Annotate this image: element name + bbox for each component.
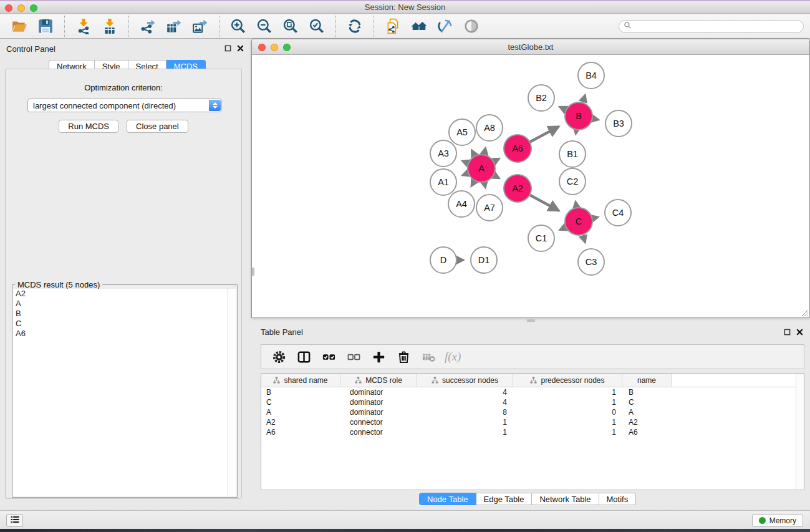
node-C4[interactable]: C4 [605,200,631,226]
split-columns-icon[interactable] [294,347,313,366]
graphics-details-icon[interactable] [436,17,455,36]
edge-A-A4[interactable] [471,180,475,186]
export-image-icon[interactable] [191,17,210,36]
zoom-window-button[interactable] [30,4,37,12]
edge-A-A6[interactable] [493,158,499,162]
node-A4[interactable]: A4 [448,191,475,217]
close-network-button[interactable] [258,44,266,51]
edge-B-B4[interactable] [582,95,585,103]
search-box[interactable] [619,20,804,33]
zoom-selected-icon[interactable] [307,17,326,36]
horizontal-scroll-mark[interactable] [527,319,535,322]
result-item[interactable]: A6 [13,329,228,339]
minimize-network-button[interactable] [271,44,278,51]
node-B[interactable]: B [565,102,592,130]
close-window-button[interactable] [5,4,12,12]
close-panel-button[interactable]: Close panel [127,120,188,133]
node-A7[interactable]: A7 [476,195,503,221]
node-B3[interactable]: B3 [605,110,632,137]
table-tab-network-table[interactable]: Network Table [532,493,599,505]
table-row[interactable]: Adominator80A [261,407,804,417]
table-row[interactable]: Cdominator41C [261,397,804,407]
node-C2[interactable]: C2 [559,168,586,195]
settings-icon[interactable] [269,347,288,366]
node-B1[interactable]: B1 [559,141,586,167]
clone-network-icon[interactable] [383,17,402,36]
result-item[interactable]: B [13,309,228,319]
column-header-successor-nodes[interactable]: successor nodes [417,374,513,387]
node-C3[interactable]: C3 [578,249,604,275]
vertical-scroll-mark[interactable] [252,268,254,276]
column-header-predecessor-nodes[interactable]: predecessor nodes [513,374,622,387]
edge-C-C2[interactable] [576,201,577,208]
edge-A-A2[interactable] [493,175,499,178]
network-canvas[interactable]: B4B2BB3A5A8A6A3B1AA1C2A2A4A7C4CC1C3DD1 [252,55,809,317]
node-A1[interactable]: A1 [430,169,456,195]
task-history-button[interactable] [6,514,23,527]
result-item[interactable]: C [13,319,228,329]
result-scrollbar[interactable] [228,289,236,496]
zoom-out-icon[interactable] [255,17,274,36]
edge-A-A5[interactable] [471,150,475,156]
edge-C-C4[interactable] [592,217,598,218]
home-icon[interactable] [410,17,428,36]
node-B4[interactable]: B4 [578,62,604,89]
edge-A-A7[interactable] [484,182,485,188]
open-session-icon[interactable] [10,17,29,36]
node-A8[interactable]: A8 [476,115,503,141]
close-table-panel-icon[interactable] [796,328,804,336]
table-row[interactable]: Bdominator41B [261,387,804,397]
network-window-titlebar[interactable]: testGlobe.txt [252,39,809,55]
table-row[interactable]: A2connector11A2 [261,417,804,427]
export-network-icon[interactable] [138,17,157,36]
search-input[interactable] [635,22,799,31]
zoom-fit-icon[interactable] [281,17,300,36]
save-session-icon[interactable] [36,17,55,36]
float-panel-icon[interactable] [224,44,232,52]
result-item[interactable]: A2 [13,289,228,299]
result-item[interactable]: A [13,299,228,309]
edge-A-A8[interactable] [484,147,485,155]
column-header-mcds-role[interactable]: MCDS role [340,374,417,387]
close-panel-icon[interactable] [236,44,244,52]
network-graph[interactable]: B4B2BB3A5A8A6A3B1AA1C2A2A4A7C4CC1C3DD1 [252,55,809,317]
edge-C-C1[interactable] [559,227,566,230]
select-all-checks-icon[interactable] [319,347,338,366]
table-tab-motifs[interactable]: Motifs [599,493,637,505]
edge-B-B1[interactable] [576,130,576,135]
edge-A6-B[interactable] [529,127,559,142]
run-mcds-button[interactable]: Run MCDS [59,120,118,133]
edge-C-C3[interactable] [582,235,585,243]
column-header-shared-name[interactable]: shared name [261,374,340,387]
table-tab-edge-table[interactable]: Edge Table [476,493,533,505]
criterion-select[interactable]: largest connected component (directed) [27,99,222,112]
table-row[interactable]: A6connector11A6 [261,427,804,437]
node-C1[interactable]: C1 [528,225,554,251]
add-row-icon[interactable] [369,347,388,366]
import-table-icon[interactable] [100,17,119,36]
edge-A-A3[interactable] [462,161,469,163]
node-A[interactable]: A [468,155,495,182]
node-B2[interactable]: B2 [528,85,554,111]
delete-row-icon[interactable] [394,347,413,366]
node-A6[interactable]: A6 [504,135,531,162]
node-A2[interactable]: A2 [504,175,531,202]
table-tab-node-table[interactable]: Node Table [419,493,476,505]
function-builder-icon[interactable]: f(x) [445,350,461,364]
deselect-all-checks-icon[interactable] [344,347,363,366]
node-A3[interactable]: A3 [430,140,456,167]
edge-A-A1[interactable] [462,173,468,175]
refresh-layout-icon[interactable] [345,17,364,36]
edge-B-B2[interactable] [559,107,566,110]
edge-A2-C[interactable] [529,195,559,210]
node-A5[interactable]: A5 [449,119,475,145]
show-hide-panel-icon[interactable] [462,17,481,36]
zoom-in-icon[interactable] [229,17,248,36]
resize-grip-icon[interactable] [800,308,809,317]
column-header-name[interactable]: name [622,374,672,387]
node-D1[interactable]: D1 [471,247,497,273]
float-table-panel-icon[interactable] [783,328,791,336]
table-scrollbar[interactable] [796,374,804,490]
node-D[interactable]: D [430,247,456,273]
memory-button[interactable]: Memory [752,514,803,527]
